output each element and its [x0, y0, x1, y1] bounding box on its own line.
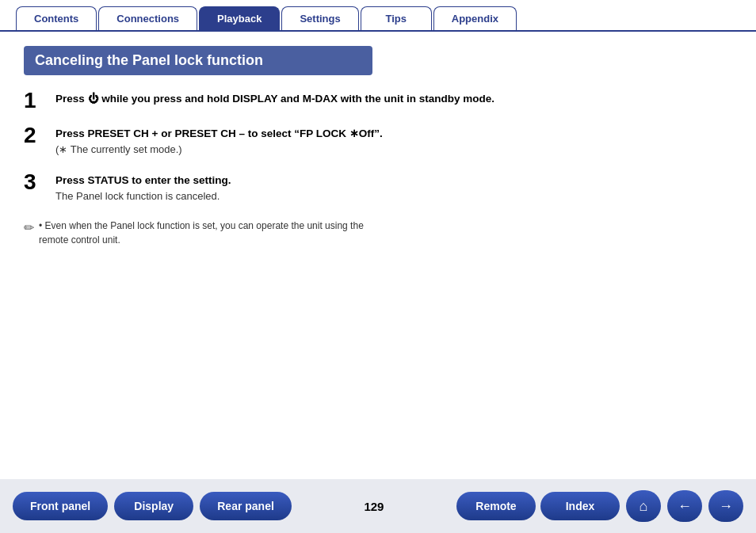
page-number: 129 [298, 500, 450, 513]
remote-button[interactable]: Remote [456, 492, 536, 520]
bottom-right-buttons: Remote Index ⌂ ← → [456, 490, 743, 522]
step-1: 1 Press ⏻ while you press and hold DISPL… [24, 91, 732, 112]
page-title: Canceling the Panel lock function [24, 46, 372, 75]
front-panel-button[interactable]: Front panel [13, 492, 108, 520]
forward-button[interactable]: → [708, 490, 743, 522]
bottom-left-buttons: Front panel Display Rear panel [13, 492, 292, 520]
step-number-3: 3 [24, 171, 55, 193]
tab-bar: Contents Connections Playback Settings T… [0, 0, 756, 32]
home-button[interactable]: ⌂ [626, 490, 661, 522]
tab-contents[interactable]: Contents [16, 6, 97, 30]
rear-panel-button[interactable]: Rear panel [200, 492, 292, 520]
step-2: 2 Press PRESET CH + or PRESET CH – to se… [24, 126, 732, 158]
note-content: Even when the Panel lock function is set… [39, 220, 364, 246]
tab-playback[interactable]: Playback [199, 6, 280, 30]
step-2-sub: (∗ The currently set mode.) [55, 143, 182, 155]
back-button[interactable]: ← [667, 490, 702, 522]
index-button[interactable]: Index [540, 492, 620, 520]
step-3-sub: The Panel lock function is canceled. [55, 190, 220, 202]
tab-settings[interactable]: Settings [281, 6, 358, 30]
step-number-1: 1 [24, 89, 55, 112]
display-button[interactable]: Display [114, 492, 193, 520]
note-icon: ✏ [24, 220, 34, 235]
note-section: ✏ • Even when the Panel lock function is… [24, 219, 732, 247]
step-content-3: Press STATUS to enter the setting. The P… [55, 173, 231, 205]
step-3-bold: Press STATUS to enter the setting. [55, 174, 231, 186]
tab-appendix[interactable]: Appendix [433, 6, 517, 30]
note-text: • Even when the Panel lock function is s… [39, 219, 380, 247]
step-1-text: Press ⏻ while you press and hold DISPLAY… [55, 93, 494, 105]
step-2-bold: Press PRESET CH + or PRESET CH – to sele… [55, 128, 383, 139]
main-content: Canceling the Panel lock function 1 Pres… [0, 32, 756, 255]
bottom-bar: Front panel Display Rear panel 129 Remot… [0, 479, 756, 533]
step-content-2: Press PRESET CH + or PRESET CH – to sele… [55, 126, 383, 158]
tab-tips[interactable]: Tips [361, 6, 432, 30]
step-number-2: 2 [24, 124, 55, 147]
step-3: 3 Press STATUS to enter the setting. The… [24, 173, 732, 205]
tab-connections[interactable]: Connections [98, 6, 197, 30]
step-content-1: Press ⏻ while you press and hold DISPLAY… [55, 91, 494, 107]
